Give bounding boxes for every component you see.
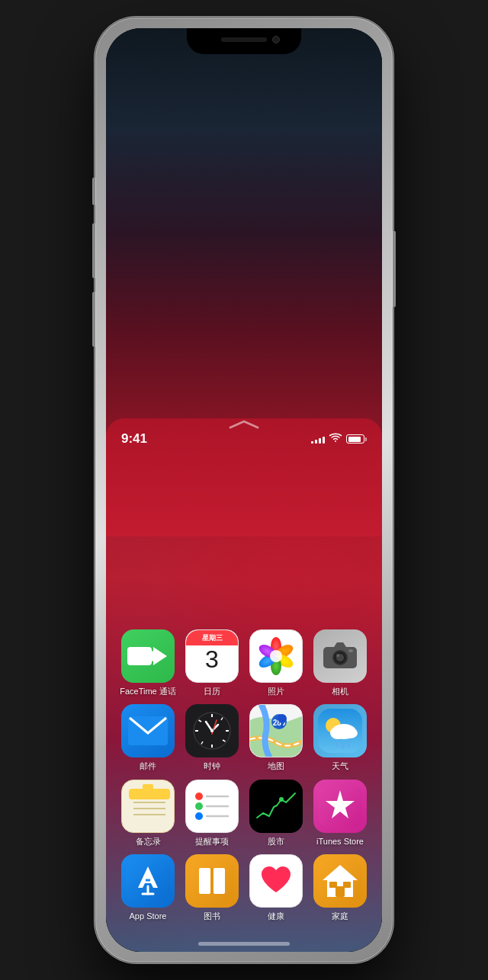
svg-rect-47 xyxy=(143,784,153,792)
home-label: 家庭 xyxy=(332,911,348,921)
svg-marker-10 xyxy=(334,642,346,647)
app-home[interactable]: 家庭 xyxy=(312,854,368,921)
mute-button[interactable] xyxy=(92,178,95,205)
signal-bar-2 xyxy=(315,440,317,444)
stocks-label: 股市 xyxy=(268,837,284,847)
app-stocks[interactable]: 股市 xyxy=(248,780,304,847)
calendar-date: 3 xyxy=(205,647,219,671)
weather-icon xyxy=(313,704,367,757)
status-icons xyxy=(311,433,367,445)
svg-rect-72 xyxy=(343,882,351,888)
app-reminders[interactable]: 提醒事项 xyxy=(184,780,240,847)
svg-point-56 xyxy=(279,797,284,802)
app-clock[interactable]: 时钟 xyxy=(184,704,240,771)
app-notes[interactable]: 备忘录 xyxy=(120,780,176,847)
facetime-cam xyxy=(127,647,152,665)
photos-label: 照片 xyxy=(268,687,284,697)
app-mail[interactable]: 邮件 xyxy=(120,704,176,771)
front-camera xyxy=(272,36,280,43)
status-time: 9:41 xyxy=(121,431,147,447)
battery-icon xyxy=(346,434,367,444)
clock-icon xyxy=(185,704,239,757)
maps-label: 地图 xyxy=(268,761,284,771)
svg-point-38 xyxy=(342,728,358,738)
svg-point-33 xyxy=(278,714,287,723)
books-icon xyxy=(185,854,239,908)
signal-bar-3 xyxy=(319,438,321,444)
facetime-icon xyxy=(121,629,175,683)
app-camera[interactable]: 相机 xyxy=(312,629,368,697)
health-label: 健康 xyxy=(268,911,284,921)
notes-icon xyxy=(121,780,175,833)
app-maps[interactable]: 280 地图 xyxy=(248,704,304,771)
app-calendar[interactable]: 星期三 3 日历 xyxy=(184,629,240,697)
home-area: 9:41 xyxy=(106,418,382,952)
calendar-header: 星期三 xyxy=(186,630,238,645)
stocks-icon xyxy=(249,780,303,833)
itunes-label: iTunes Store xyxy=(316,837,364,847)
signal-bar-4 xyxy=(323,437,325,444)
volume-up-button[interactable] xyxy=(92,223,95,278)
svg-marker-0 xyxy=(152,651,164,661)
app-grid: FaceTime 通话 星期三 3 日历 xyxy=(106,622,382,929)
svg-point-8 xyxy=(270,650,282,662)
app-photos[interactable]: 照片 xyxy=(248,629,304,697)
facetime-label: FaceTime 通话 xyxy=(120,687,176,697)
power-button[interactable] xyxy=(393,231,396,307)
svg-rect-64 xyxy=(199,868,210,894)
app-itunes[interactable]: iTunes Store xyxy=(312,780,368,847)
speaker xyxy=(221,37,267,42)
svg-rect-15 xyxy=(348,649,353,652)
app-appstore[interactable]: App Store xyxy=(120,854,176,921)
reminders-icon xyxy=(185,780,239,833)
svg-rect-71 xyxy=(329,882,337,888)
app-row-2: 邮件 xyxy=(120,704,368,771)
status-bar: 9:41 xyxy=(106,418,382,452)
calendar-icon: 星期三 3 xyxy=(185,629,239,683)
maps-icon: 280 xyxy=(249,704,303,757)
svg-point-29 xyxy=(210,729,214,732)
svg-point-53 xyxy=(195,812,203,820)
svg-point-49 xyxy=(195,793,203,800)
appstore-icon xyxy=(121,854,175,908)
signal-bar-1 xyxy=(311,441,313,444)
wifi-icon xyxy=(329,433,342,445)
app-health[interactable]: 健康 xyxy=(248,854,304,921)
app-weather[interactable]: 天气 xyxy=(312,704,368,771)
notch xyxy=(187,28,301,54)
calendar-label: 日历 xyxy=(204,687,220,697)
books-label: 图书 xyxy=(204,911,220,921)
svg-point-51 xyxy=(195,802,203,810)
app-row-4: App Store xyxy=(120,854,368,921)
home-indicator[interactable] xyxy=(198,942,290,946)
camera-icon xyxy=(313,629,367,683)
volume-down-button[interactable] xyxy=(92,292,95,347)
phone-frame: 9:41 xyxy=(95,18,393,962)
weather-label: 天气 xyxy=(332,761,348,771)
clock-label: 时钟 xyxy=(204,761,220,771)
svg-point-14 xyxy=(336,654,339,657)
photos-icon xyxy=(249,629,303,683)
home-icon xyxy=(313,854,367,908)
appstore-label: App Store xyxy=(130,911,167,921)
app-row-1: FaceTime 通话 星期三 3 日历 xyxy=(120,629,368,697)
svg-rect-65 xyxy=(214,868,225,894)
itunes-icon xyxy=(313,780,367,833)
mail-label: 邮件 xyxy=(140,761,156,771)
phone-screen: 9:41 xyxy=(106,28,382,952)
app-facetime[interactable]: FaceTime 通话 xyxy=(120,629,176,697)
mail-icon xyxy=(121,704,175,757)
svg-rect-70 xyxy=(336,886,345,897)
reminders-label: 提醒事项 xyxy=(195,837,229,847)
notes-label: 备忘录 xyxy=(136,837,161,847)
camera-label: 相机 xyxy=(332,687,348,697)
signal-bars xyxy=(311,434,325,444)
health-icon xyxy=(249,854,303,908)
app-books[interactable]: 图书 xyxy=(184,854,240,921)
app-row-3: 备忘录 xyxy=(120,780,368,847)
